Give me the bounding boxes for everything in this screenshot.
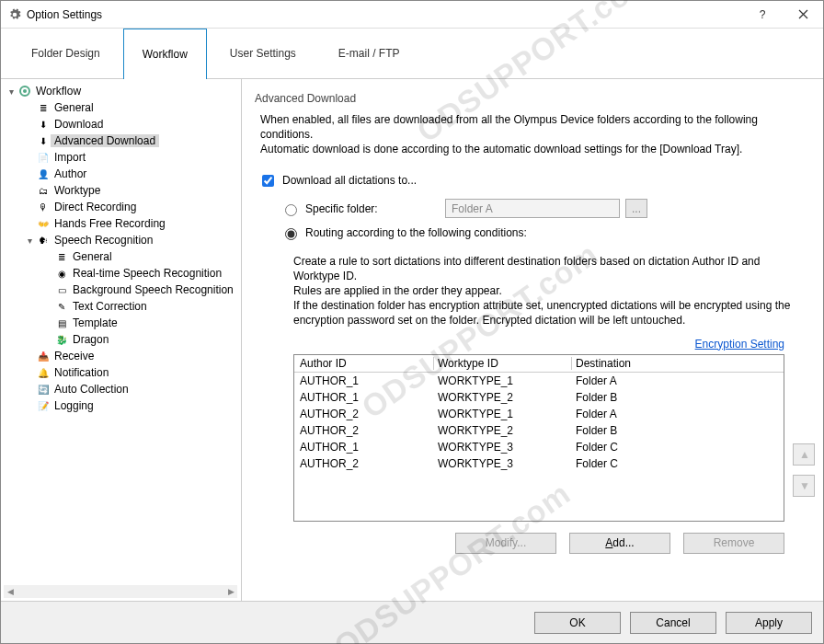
tree-item-template[interactable]: ▤Template	[1, 315, 241, 331]
routing-table[interactable]: Author ID Worktype ID Destination AUTHOR…	[293, 354, 784, 522]
window-title: Option Settings	[27, 8, 742, 21]
radio-routing[interactable]	[285, 228, 297, 240]
settings-panel: Advanced Download When enabled, all file…	[242, 79, 823, 601]
specific-folder-input	[445, 199, 620, 218]
dialog-footer: OK Cancel Apply	[1, 601, 823, 643]
tree-item-auto-collection[interactable]: 🔄Auto Collection	[1, 381, 241, 397]
tree-item-speech-recognition[interactable]: ▾🗣Speech Recognition	[1, 232, 241, 248]
remove-button: Remove	[683, 533, 784, 554]
tree-item-worktype[interactable]: 🗂Worktype	[1, 182, 241, 199]
table-row[interactable]: AUTHOR_2WORKTYPE_2Folder B	[294, 422, 784, 439]
tab-workflow[interactable]: Workflow	[123, 29, 207, 79]
tab-email-ftp[interactable]: E-mail / FTP	[319, 28, 419, 78]
table-row[interactable]: AUTHOR_1WORKTYPE_1Folder A	[294, 373, 784, 389]
titlebar: Option Settings ?	[1, 1, 823, 29]
tab-folder-design[interactable]: Folder Design	[12, 28, 120, 78]
tree-item-logging[interactable]: 📝Logging	[1, 397, 241, 414]
add-button[interactable]: Add...	[569, 533, 670, 554]
download-all-checkbox[interactable]	[262, 175, 274, 187]
tree-item-direct-recording[interactable]: 🎙Direct Recording	[1, 199, 241, 215]
cancel-button[interactable]: Cancel	[630, 612, 716, 634]
tree-item-general[interactable]: ≣General	[1, 99, 241, 116]
tree-item-text-correction[interactable]: ✎Text Correction	[1, 298, 241, 315]
table-row[interactable]: AUTHOR_2WORKTYPE_1Folder A	[294, 406, 784, 422]
tree-item-dragon[interactable]: 🐉Dragon	[1, 331, 241, 348]
tree-item-notification[interactable]: 🔔Notification	[1, 364, 241, 381]
table-row[interactable]: AUTHOR_2WORKTYPE_3Folder C	[294, 455, 784, 472]
tree-item-general[interactable]: ≣General	[1, 248, 241, 265]
help-button[interactable]: ?	[742, 1, 783, 28]
svg-point-1	[23, 89, 27, 93]
reorder-arrows: ▲ ▼	[793, 443, 815, 506]
close-button[interactable]	[783, 1, 823, 28]
nav-tree[interactable]: ▾Workflow ≣General⬇Download⬇Advanced Dow…	[1, 79, 242, 601]
tree-item-background-speech-recognition[interactable]: ▭Background Speech Recognition	[1, 282, 241, 298]
scroll-left-icon[interactable]: ◀	[4, 585, 17, 598]
rules-description: Create a rule to sort dictations into di…	[293, 254, 801, 328]
routing-row[interactable]: Routing according to the following condi…	[280, 221, 807, 245]
tab-user-settings[interactable]: User Settings	[211, 28, 315, 78]
move-down-button: ▼	[793, 475, 815, 497]
table-row[interactable]: AUTHOR_1WORKTYPE_2Folder B	[294, 389, 784, 406]
tree-item-advanced-download[interactable]: ⬇Advanced Download	[1, 132, 241, 149]
apply-button[interactable]: Apply	[726, 612, 812, 634]
ok-button[interactable]: OK	[534, 612, 621, 634]
gear-icon	[8, 8, 21, 21]
tree-item-receive[interactable]: 📥Receive	[1, 348, 241, 364]
tree-root[interactable]: ▾Workflow	[1, 83, 241, 99]
move-up-button: ▲	[793, 443, 815, 466]
tree-item-real-time-speech-recognition[interactable]: ◉Real-time Speech Recognition	[1, 265, 241, 282]
download-all-checkbox-row[interactable]: Download all dictations to...	[258, 172, 807, 190]
tree-item-download[interactable]: ⬇Download	[1, 116, 241, 132]
panel-heading: Advanced Download	[255, 92, 807, 105]
scroll-right-icon[interactable]: ▶	[224, 585, 237, 598]
tree-item-import[interactable]: 📄Import	[1, 149, 241, 166]
tab-bar: Folder Design Workflow User Settings E-m…	[1, 29, 823, 79]
tree-hscroll[interactable]: ◀ ▶	[4, 585, 237, 598]
browse-button: ...	[625, 199, 647, 218]
panel-description: When enabled, all files are downloaded f…	[260, 112, 807, 157]
specific-folder-row[interactable]: Specific folder: ...	[280, 197, 807, 221]
modify-button: Modify...	[455, 533, 556, 554]
tree-item-author[interactable]: 👤Author	[1, 166, 241, 182]
tree-item-hands-free-recording[interactable]: 👐Hands Free Recording	[1, 215, 241, 232]
radio-specific-folder[interactable]	[285, 204, 297, 216]
table-header: Author ID Worktype ID Destination	[294, 355, 784, 373]
table-row[interactable]: AUTHOR_1WORKTYPE_3Folder C	[294, 439, 784, 455]
encryption-setting-link[interactable]: Encryption Setting	[695, 338, 784, 351]
